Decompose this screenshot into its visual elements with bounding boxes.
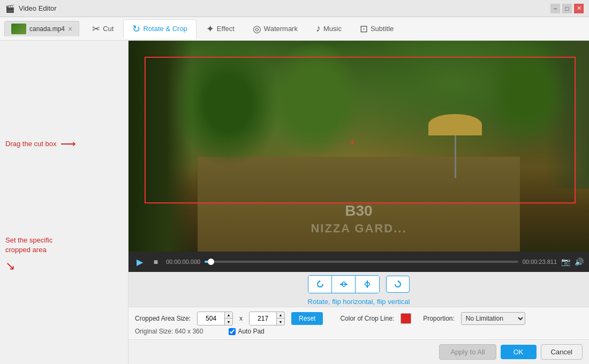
close-button[interactable]: ✕ (574, 4, 584, 13)
height-input[interactable] (250, 312, 276, 325)
tab-rotate-label: Rotate & Crop (143, 25, 187, 33)
crop-line-color-swatch[interactable] (401, 313, 411, 324)
height-input-group: ▲ ▼ (249, 312, 285, 325)
height-spinner: ▲ ▼ (276, 312, 284, 325)
autopad-group: Auto Pad (229, 328, 264, 335)
foliage2 (486, 41, 566, 146)
tab-cut[interactable]: ✂ Cut (84, 19, 122, 39)
file-tab-name: canada.mp4 (29, 25, 65, 33)
width-spinner: ▲ ▼ (224, 312, 232, 325)
time-end: 00:00:23.811 (523, 259, 557, 265)
maximize-button[interactable]: □ (562, 4, 572, 13)
cut-icon: ✂ (92, 23, 100, 35)
umbrella-top (428, 114, 482, 135)
tab-subtitle-label: Subtitle (371, 25, 394, 33)
height-up-button[interactable]: ▲ (277, 312, 284, 318)
cancel-button[interactable]: Cancel (541, 344, 583, 360)
bottom-panel: Cropped Area Size: ▲ ▼ x ▲ ▼ R (129, 307, 589, 339)
drag-hint-text: Drag the cut box (5, 140, 56, 148)
tab-rotate[interactable]: ↻ Rotate & Crop (123, 19, 196, 39)
stop-button[interactable]: ■ (150, 256, 162, 268)
svg-marker-1 (398, 280, 400, 282)
umbrella (428, 114, 482, 178)
rotate-btn-group (308, 275, 380, 293)
proportion-select[interactable]: No Limitation 16:9 4:3 1:1 (461, 312, 525, 325)
video-container[interactable]: + B30 NIZZA GARD... (129, 41, 589, 252)
watermark-icon: ◎ (253, 23, 261, 35)
app-icon: 🎬 (5, 4, 14, 13)
svg-marker-0 (318, 280, 320, 282)
timeline-thumb[interactable] (208, 259, 214, 265)
tab-bar: canada.mp4 × ✂ Cut ↻ Rotate & Crop ✦ Eff… (0, 17, 589, 41)
crosshair-marker: + (350, 138, 356, 149)
rotate-cw-button[interactable] (386, 276, 410, 293)
tab-watermark-label: Watermark (264, 25, 298, 33)
crop-hint-area: Set the specific cropped area ↘ (5, 193, 123, 273)
foliage1 (175, 41, 282, 167)
rotate-controls-bar (129, 272, 589, 297)
effect-icon: ✦ (206, 23, 214, 35)
rotate-ccw-button[interactable] (308, 276, 332, 293)
tab-music-label: Music (323, 25, 342, 33)
volume-icon[interactable]: 🔊 (575, 257, 584, 266)
tab-subtitle[interactable]: ⊡ Subtitle (351, 19, 402, 39)
tab-music[interactable]: ♪ Music (307, 19, 350, 39)
watermark-overlay: NIZZA GARD... (311, 222, 406, 236)
foliage3 (267, 41, 363, 157)
rotate-annotation-text: Rotate, flip horizontal, flip vertical (308, 297, 410, 307)
crop-arrow-area: ↘ (5, 259, 123, 273)
original-size-label: Original Size: 640 x 360 (135, 328, 203, 335)
rotate-icon: ↻ (132, 23, 140, 35)
title-bar-controls: − □ ✕ (550, 4, 584, 13)
tab-cut-label: Cut (103, 25, 114, 33)
timeline-slider[interactable] (205, 261, 518, 263)
file-thumbnail (11, 24, 26, 34)
main-content: Drag the cut box ⟶ Set the specific crop… (0, 41, 589, 364)
flip-vertical-button[interactable] (356, 276, 379, 293)
drag-hint: Drag the cut box ⟶ (5, 137, 123, 150)
umbrella-pole (455, 135, 456, 178)
title-bar: 🎬 Video Editor − □ ✕ (0, 0, 589, 17)
width-input-group: ▲ ▼ (197, 312, 233, 325)
minimize-button[interactable]: − (550, 4, 560, 13)
color-label: Color of Crop Line: (340, 315, 394, 322)
music-icon: ♪ (316, 23, 321, 34)
autopad-label: Auto Pad (238, 328, 264, 335)
subtitle-icon: ⊡ (360, 23, 368, 35)
width-down-button[interactable]: ▼ (225, 318, 232, 325)
dimension-separator: x (239, 315, 243, 322)
drag-arrow-icon: ⟶ (61, 137, 76, 150)
title-bar-left: 🎬 Video Editor (5, 4, 57, 13)
flip-horizontal-button[interactable] (332, 276, 356, 293)
window-title: Video Editor (19, 4, 57, 12)
video-area: + B30 NIZZA GARD... ▶ ■ 00:00:00.000 00:… (129, 41, 589, 364)
tab-effect-label: Effect (217, 25, 235, 33)
tab-watermark[interactable]: ◎ Watermark (244, 19, 306, 39)
sidebar: Drag the cut box ⟶ Set the specific crop… (0, 41, 129, 364)
file-tab[interactable]: canada.mp4 × (4, 21, 79, 36)
file-tab-close[interactable]: × (68, 25, 72, 33)
height-down-button[interactable]: ▼ (277, 318, 284, 325)
crop-hint-text: Set the specific cropped area (5, 236, 123, 255)
rotate-annotation-area: Rotate, flip horizontal, flip vertical (129, 297, 589, 307)
width-input[interactable] (198, 312, 224, 325)
autopad-checkbox[interactable] (229, 328, 236, 335)
ok-button[interactable]: OK (501, 345, 537, 359)
apply-all-button[interactable]: Apply to All (439, 344, 496, 360)
cropped-area-label: Cropped Area Size: (135, 315, 191, 322)
playback-controls: ▶ ■ 00:00:00.000 00:00:23.811 📷 🔊 (129, 252, 589, 272)
action-bar: Apply to All OK Cancel (129, 339, 589, 364)
play-button[interactable]: ▶ (134, 256, 146, 268)
time-start: 00:00:00.000 (166, 259, 200, 265)
tab-effect[interactable]: ✦ Effect (198, 19, 243, 39)
timestamp-overlay: B30 (345, 202, 372, 219)
width-up-button[interactable]: ▲ (225, 312, 232, 318)
screenshot-icon[interactable]: 📷 (561, 257, 570, 266)
video-scene: + B30 NIZZA GARD... (129, 41, 589, 252)
crop-size-row: Cropped Area Size: ▲ ▼ x ▲ ▼ R (135, 312, 583, 325)
proportion-label: Proportion: (423, 315, 455, 322)
reset-button[interactable]: Reset (291, 312, 323, 325)
crop-arrow-icon: ↘ (5, 259, 15, 273)
original-size-row: Original Size: 640 x 360 Auto Pad (135, 328, 583, 335)
